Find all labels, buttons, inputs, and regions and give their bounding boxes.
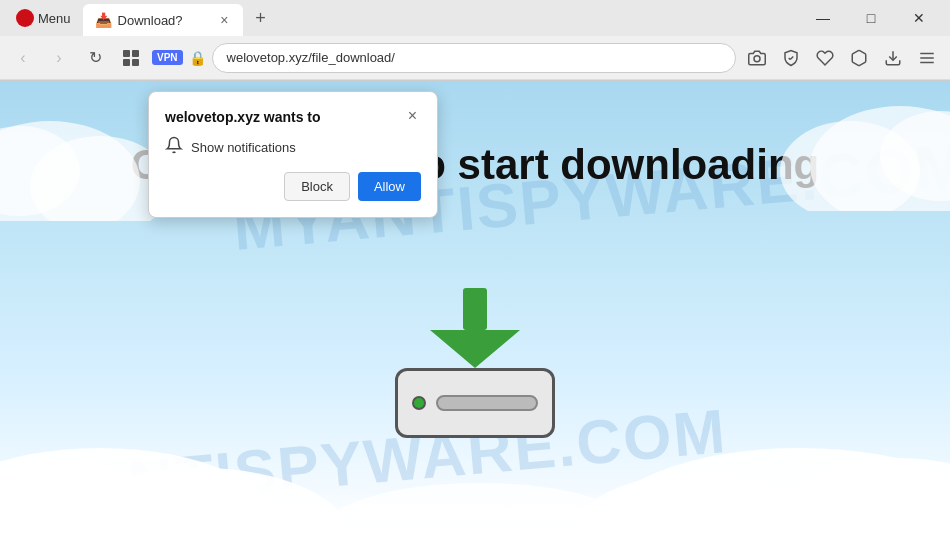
url-text: welovetop.xyz/file_download/ [227,50,721,65]
camera-button[interactable] [742,43,772,73]
address-bar[interactable]: welovetop.xyz/file_download/ [212,43,736,73]
svg-rect-1 [132,50,139,57]
svg-rect-24 [463,288,487,330]
close-button[interactable]: ✕ [896,0,942,36]
svg-point-17 [320,483,640,537]
heart-button[interactable] [810,43,840,73]
back-button[interactable]: ‹ [8,43,38,73]
nav-right-icons [742,43,942,73]
tab-title: Download? [118,13,213,28]
forward-button[interactable]: › [44,43,74,73]
active-tab[interactable]: 📥 Download? × [83,4,243,36]
grid-button[interactable] [116,43,146,73]
shield-button[interactable] [776,43,806,73]
tab-bar: Menu 📥 Download? × + — □ ✕ [0,0,950,36]
cloud-left [0,101,170,221]
notification-icon [165,136,183,158]
downloads-button[interactable] [878,43,908,73]
window-controls: — □ ✕ [800,0,942,36]
popup-close-button[interactable]: × [404,108,421,124]
vpn-badge[interactable]: VPN [152,50,183,65]
new-tab-button[interactable]: + [247,4,275,32]
hdd-light-icon [412,396,426,410]
svg-rect-3 [132,59,139,66]
lock-icon[interactable]: 🔒 [189,50,206,66]
navigation-bar: ‹ › ↻ VPN 🔒 welovetop.xyz/file_download/ [0,36,950,80]
reload-button[interactable]: ↻ [80,43,110,73]
download-illustration [395,288,555,438]
opera-logo-icon [16,9,34,27]
hdd-slot [436,395,538,411]
svg-rect-0 [123,50,130,57]
svg-rect-2 [123,59,130,66]
svg-point-4 [754,55,760,61]
popup-buttons: Block Allow [165,172,421,201]
block-button[interactable]: Block [284,172,350,201]
download-arrow-icon [430,288,520,368]
permission-text: Show notifications [191,140,296,155]
hdd-illustration [395,368,555,438]
permission-row: Show notifications [165,136,421,158]
popup-title: welovetop.xyz wants to [165,108,321,126]
browser-chrome: Menu 📥 Download? × + — □ ✕ ‹ › ↻ [0,0,950,81]
extension-button[interactable] [844,43,874,73]
cloud-right [780,91,950,211]
minimize-button[interactable]: — [800,0,846,36]
tab-favicon-icon: 📥 [95,12,112,28]
menu-button[interactable] [912,43,942,73]
svg-line-6 [790,56,793,59]
maximize-button[interactable]: □ [848,0,894,36]
permission-popup: welovetop.xyz wants to × Show notificati… [148,91,438,218]
allow-button[interactable]: Allow [358,172,421,201]
popup-header: welovetop.xyz wants to × [165,108,421,126]
menu-label: Menu [38,11,71,26]
tab-close-button[interactable]: × [218,10,230,30]
svg-marker-25 [430,330,520,368]
opera-menu[interactable]: Menu [8,5,79,31]
page-content: MYANTISPYWARE.COM MYANTISPYWARE.COM Clic… [0,81,950,537]
